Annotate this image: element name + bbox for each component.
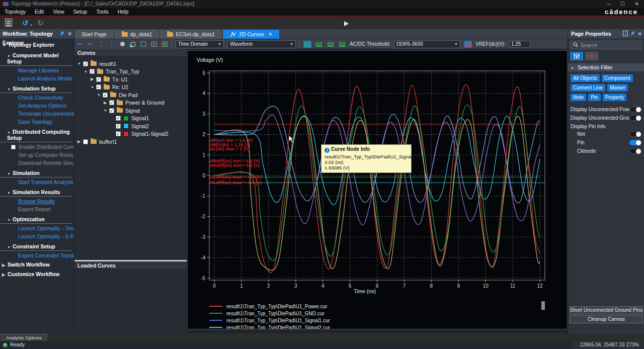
checkbox-icon[interactable]: ✓ [83, 61, 88, 66]
menu-topology[interactable]: Topology [0, 8, 30, 16]
workflow-item-manage-libraries[interactable]: Manage Libraries [0, 66, 74, 74]
fit-view-icon[interactable] [161, 41, 168, 47]
workflow-item-terminate-unconnected-pins[interactable]: Terminate Unconnected Pins [0, 110, 74, 118]
help-icon[interactable]: ? [623, 31, 628, 36]
filter-chip-note[interactable]: Note [571, 94, 586, 101]
chevron-down-icon[interactable]: ▼ [104, 109, 109, 112]
tree-item-result-1[interactable]: ▼✓result\1 [74, 60, 187, 68]
filter-chip-connect-line[interactable]: Connect Line [571, 84, 605, 92]
chevron-down-icon[interactable]: ▼ [91, 85, 96, 89]
button-short-unconnected-ground-pins-to-gnd[interactable]: Short Unconnected Ground Pins to GND [570, 306, 643, 314]
workflow-item-launch-analysis-model-manage[interactable]: Launch Analysis Model Manage [0, 74, 74, 82]
menu-help[interactable]: Help [113, 8, 133, 16]
workflow-item-export-constraint-topology[interactable]: Export Constraint Topology [0, 251, 74, 259]
workflow-item-launch-optimality-time-doma[interactable]: Launch Optimality - Time Doma [0, 224, 74, 232]
filter-chip-component[interactable]: Component [602, 74, 633, 82]
pause-marker-icon[interactable]: II [150, 41, 157, 47]
workflow-item-check-connectivity[interactable]: Check Connectivity [0, 94, 74, 102]
checkbox-icon[interactable]: ✓ [109, 108, 114, 113]
zoom-box-icon[interactable] [140, 41, 147, 47]
menu-view[interactable]: View [48, 8, 69, 16]
menu-tools[interactable]: Tools [92, 8, 113, 16]
workflow-section-simulation-setup[interactable]: ▼Simulation Setup [0, 83, 72, 93]
workflow-item-set-analysis-options[interactable]: Set Analysis Options [0, 102, 74, 110]
analysis-options-tab[interactable]: Analysis Options [1, 334, 47, 341]
mask-test-icon[interactable] [338, 41, 346, 48]
maximize-icon[interactable]: ☐ [620, 0, 625, 8]
selection-filter-section[interactable]: ▼ Selection Filter [568, 63, 644, 71]
marker-pair-horizontal-icon[interactable]: •• [76, 41, 84, 47]
threshold-select[interactable]: DDR5-3600 ▼ [394, 40, 460, 48]
search-input[interactable]: Search [570, 41, 642, 49]
close-icon[interactable]: ✕ [635, 0, 639, 8]
run-simulation-icon[interactable] [344, 21, 349, 26]
checkbox-icon[interactable]: ✓ [116, 116, 121, 121]
checkbox-icon[interactable]: ✓ [90, 69, 95, 74]
close-icon[interactable]: ✕ [637, 29, 642, 38]
workflow-section-constraint-setup[interactable]: ▼Constraint Setup [0, 241, 72, 251]
workflow-section-distributed-computing-setup[interactable]: ▼Distributed Computing Setup [0, 127, 72, 142]
filter-chip-property[interactable]: Property [603, 94, 627, 101]
tree-item-signal[interactable]: ▼✓Signal [74, 107, 187, 115]
checkbox-icon[interactable]: ✓ [109, 100, 114, 105]
tree-item-die-pad[interactable]: ▼✓Die Pad [74, 91, 187, 99]
tree-item-rx-u2[interactable]: ▼✓Rx: U2 [74, 83, 187, 92]
checkbox-icon[interactable] [83, 139, 88, 144]
chevron-right-icon[interactable]: ▶ [104, 101, 109, 105]
tree-item-buffer-1[interactable]: ▶buffer\1 [74, 138, 187, 146]
probe-icon[interactable] [119, 41, 126, 47]
marker-pair-vertical-icon[interactable]: ⁚ [98, 41, 105, 47]
tab-2d-curves[interactable]: 2D Curves✕ [223, 30, 279, 39]
workflow-item-save-topology[interactable]: Save Topology [0, 118, 74, 126]
checkbox-icon[interactable]: ✓ [116, 124, 121, 129]
vref-input[interactable] [509, 41, 530, 48]
chevron-down-icon[interactable]: ▼ [77, 62, 83, 65]
filter-chip-marker[interactable]: Marker [607, 84, 628, 92]
toggle-display-unconnected-power-pins[interactable] [629, 107, 641, 112]
minimize-icon[interactable]: – [607, 0, 610, 8]
waveform-chart[interactable]: 0123456789101112-5-4-3-2-1012345 Voltage… [187, 50, 568, 329]
pin-icon[interactable] [60, 29, 64, 38]
clear-filter-icon[interactable] [585, 52, 598, 60]
undo-icon[interactable]: ↺ [22, 19, 29, 28]
marker-pair-vertical2-icon[interactable]: ⁚ [108, 41, 115, 47]
checkbox-icon[interactable]: ✓ [116, 131, 121, 136]
workflow-section-simulation[interactable]: ▼Simulation [0, 168, 72, 178]
workflow-section-component-model-setup[interactable]: ▼Component Model Setup [0, 50, 72, 66]
tree-item-signal1-signal2[interactable]: ✓Signal1-Signal2 [74, 130, 187, 138]
chevron-right-icon[interactable]: ▶ [77, 139, 83, 144]
workflow-section-simulation-results[interactable]: ▼Simulation Results [0, 187, 72, 197]
tab-start-page[interactable]: Start Page [74, 30, 114, 39]
menu-edit[interactable]: Edit [30, 8, 48, 16]
tree-item-signal1[interactable]: ✓Signal1 [74, 115, 187, 123]
toggle-display-unconnected-ground-pins[interactable] [629, 115, 641, 121]
undo-dropdown-icon[interactable]: ▾ [30, 21, 32, 30]
tab-dp-data1[interactable]: dp_data1 [115, 30, 159, 39]
eye-mask-icon[interactable] [315, 41, 323, 48]
close-icon[interactable]: ✕ [269, 32, 273, 37]
waveform-plot[interactable]: 0123456789101112-5-4-3-2-1012345 [188, 51, 568, 329]
redo-icon[interactable]: ↻ [37, 19, 44, 28]
marker-pair-horizontal2-icon[interactable]: •• [87, 41, 94, 47]
toggle-cktnode[interactable] [629, 148, 641, 154]
workflow-item-start-transient-analysis[interactable]: Start Transient Analysis [0, 178, 74, 186]
workflow-section-switch-workflow[interactable]: ▶Switch Workflow [0, 259, 74, 269]
button-cleanup-canvas[interactable]: Cleanup Canvas [570, 315, 643, 323]
workflow-item-browse-results[interactable]: Browse Results [0, 197, 74, 205]
vref-grid-icon[interactable] [464, 41, 472, 48]
menu-setup[interactable]: Setup [69, 8, 92, 16]
properties-filter-icon[interactable] [570, 52, 583, 60]
filter-chip-pin[interactable]: Pin [588, 94, 600, 101]
pin-icon[interactable] [630, 29, 635, 38]
save-icon[interactable] [5, 19, 12, 27]
chevron-down-icon[interactable]: ▼ [97, 93, 103, 97]
legend-scrollbar[interactable] [541, 301, 545, 310]
tree-item-tran-typ-typ[interactable]: ▼✓Tran_Typ_Typ [74, 68, 187, 76]
chevron-right-icon[interactable]: ▶ [91, 77, 96, 81]
view-select[interactable]: Waveform ▼ [227, 40, 296, 48]
checkbox-icon[interactable]: ✓ [103, 93, 108, 98]
workflow-item-launch-optimality-s-paramete[interactable]: Launch Optimality - S Paramete [0, 232, 74, 240]
workflow-section-optimization[interactable]: ▼Optimization [0, 214, 72, 224]
domain-select[interactable]: Time Domain ▼ [176, 40, 224, 48]
copy-curve-icon[interactable] [129, 41, 136, 47]
